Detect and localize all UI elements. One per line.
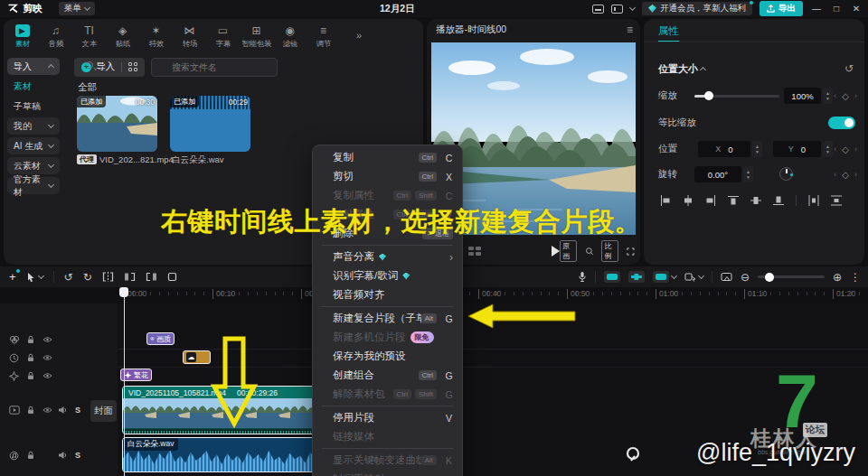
trim-right-icon[interactable] bbox=[146, 272, 157, 282]
menu-item[interactable]: 解除素材包CtrlShiftG bbox=[313, 385, 462, 404]
close-button[interactable]: ✕ bbox=[850, 4, 863, 14]
distribute-h-icon[interactable] bbox=[808, 195, 819, 206]
menu-item[interactable]: 视音频对齐 bbox=[313, 285, 462, 304]
timeline-zoom-slider[interactable] bbox=[758, 275, 825, 278]
menu-item[interactable]: 复制属性CtrlShiftC bbox=[313, 186, 462, 205]
fullscreen-icon[interactable] bbox=[627, 247, 635, 257]
filter-clip[interactable]: 画质 bbox=[146, 332, 175, 345]
record-voice-icon[interactable] bbox=[578, 271, 587, 283]
sidebar-item[interactable]: 导入 bbox=[7, 58, 60, 75]
export-button[interactable]: 导出 bbox=[760, 1, 803, 16]
tab-adjust[interactable]: ≡调节 bbox=[307, 24, 340, 50]
tab-transition[interactable]: ⋈转场 bbox=[173, 24, 206, 50]
position-x-stepper[interactable]: ▲▼ bbox=[752, 141, 762, 157]
import-grid-icon[interactable] bbox=[128, 62, 137, 71]
select-tool[interactable] bbox=[26, 272, 43, 283]
media-item-video[interactable]: 已添加 00:30 bbox=[77, 96, 157, 152]
scale-keyframe-controls[interactable]: ‹◇› bbox=[834, 91, 857, 101]
scale-slider[interactable] bbox=[694, 95, 779, 98]
trim-left-icon[interactable] bbox=[124, 272, 136, 282]
menu-item[interactable]: 停用片段V bbox=[313, 408, 462, 427]
menu-item[interactable]: 声音分离› bbox=[313, 247, 462, 266]
align-left-icon[interactable] bbox=[660, 195, 671, 206]
lock-icon[interactable] bbox=[26, 451, 35, 460]
tab-filters[interactable]: ◉滤镜 bbox=[273, 24, 307, 50]
lock-icon[interactable] bbox=[26, 335, 35, 344]
sidebar-item[interactable]: 素材 bbox=[7, 78, 60, 95]
split-tool-icon[interactable] bbox=[102, 272, 114, 282]
maximize-button[interactable]: □ bbox=[830, 4, 843, 14]
speaker-icon[interactable] bbox=[58, 451, 67, 460]
layout-bottom-icon[interactable] bbox=[592, 5, 604, 14]
section-title[interactable]: 位置大小 bbox=[658, 62, 705, 76]
reset-icon[interactable]: ↺ bbox=[844, 62, 854, 75]
eye-icon[interactable] bbox=[42, 406, 52, 414]
tab-sticker[interactable]: ◈贴纸 bbox=[106, 24, 139, 50]
menu-item[interactable]: 新建多机位片段限免 bbox=[313, 328, 462, 347]
layout-split-icon[interactable] bbox=[611, 5, 623, 14]
menu-item[interactable]: 链接媒体 bbox=[313, 427, 462, 446]
undo-button[interactable]: ↺ bbox=[64, 271, 73, 284]
playhead-handle[interactable] bbox=[119, 287, 128, 297]
align-top-icon[interactable] bbox=[728, 195, 739, 206]
position-y-field[interactable]: Y0 bbox=[773, 141, 821, 157]
solo-badge[interactable]: S bbox=[75, 406, 80, 415]
play-button[interactable] bbox=[552, 246, 560, 257]
preview-frame-icon[interactable] bbox=[721, 272, 732, 282]
scale-value[interactable]: 100% bbox=[784, 88, 821, 104]
tab-audio[interactable]: ♫音频 bbox=[39, 24, 72, 50]
vip-banner[interactable]: 开通会员，享新人福利 bbox=[642, 2, 752, 15]
eye-icon[interactable] bbox=[42, 354, 52, 361]
menu-item[interactable]: 剪切CtrlX bbox=[313, 167, 462, 186]
eye-icon[interactable] bbox=[42, 372, 52, 379]
linkage-tool[interactable] bbox=[653, 271, 676, 283]
ribbon-more-button[interactable]: » bbox=[356, 30, 362, 41]
sidebar-item[interactable]: 官方素材 bbox=[7, 177, 60, 194]
import-button[interactable]: + 导入 bbox=[74, 58, 145, 77]
layout-grid-icon[interactable] bbox=[468, 247, 481, 256]
fit-zoom-icon[interactable] bbox=[585, 246, 594, 257]
align-right-icon[interactable] bbox=[705, 195, 716, 206]
add-track-button[interactable]: + bbox=[9, 270, 16, 284]
align-bottom-icon[interactable] bbox=[773, 195, 784, 206]
layout-chevron-icon[interactable] bbox=[629, 5, 636, 11]
zoom-out-icon[interactable]: ⊖ bbox=[741, 271, 750, 284]
position-x-field[interactable]: X0 bbox=[698, 141, 750, 157]
delete-tool-icon[interactable] bbox=[167, 272, 177, 282]
sidebar-item[interactable]: 我的 bbox=[7, 117, 60, 135]
cover-button[interactable]: 封面 bbox=[90, 400, 117, 422]
tab-captions[interactable]: ▭字幕 bbox=[206, 24, 240, 50]
edit-mode-tool[interactable] bbox=[684, 272, 703, 282]
sidebar-item[interactable]: 云素材 bbox=[7, 157, 60, 174]
rotation-value[interactable]: 0.00° bbox=[694, 166, 741, 182]
lock-icon[interactable] bbox=[26, 406, 35, 415]
scale-stepper[interactable]: ▲▼ bbox=[823, 88, 833, 104]
quality-badge[interactable]: 原画 bbox=[560, 240, 577, 262]
align-center-h-icon[interactable] bbox=[683, 195, 693, 206]
search-input[interactable] bbox=[151, 58, 278, 77]
distribute-v-icon[interactable] bbox=[831, 195, 842, 206]
tab-effects[interactable]: ✶特效 bbox=[139, 24, 173, 50]
minimize-button[interactable]: — bbox=[810, 4, 823, 14]
align-center-v-icon[interactable] bbox=[750, 195, 761, 206]
menu-item[interactable]: 复制CtrlC bbox=[313, 148, 462, 167]
redo-button[interactable]: ↻ bbox=[83, 271, 92, 284]
tab-smart-pack[interactable]: ⊞智能包装 bbox=[240, 24, 273, 50]
zoom-in-icon[interactable]: ⊕ bbox=[833, 271, 842, 284]
menu-item[interactable]: 新建复合片段（子草稿）AltG bbox=[313, 309, 462, 328]
more-options-icon[interactable]: ⋮ bbox=[850, 271, 861, 284]
properties-tab[interactable]: 属性 bbox=[658, 24, 679, 42]
menu-item[interactable]: 识别字幕/歌词 bbox=[313, 266, 462, 285]
rotation-stepper[interactable]: ▲▼ bbox=[743, 166, 753, 182]
ratio-badge[interactable]: 比例 bbox=[601, 240, 618, 262]
menu-item[interactable]: 创建组合CtrlG bbox=[313, 366, 462, 385]
effect-clip[interactable]: 繁花 bbox=[120, 369, 152, 381]
menu-item[interactable]: 保存为我的预设 bbox=[313, 347, 462, 366]
rotation-keyframe-controls[interactable]: ‹◇› bbox=[834, 170, 857, 180]
menu-item[interactable]: 显示关键帧变速曲线AltK bbox=[313, 451, 462, 470]
tab-media[interactable]: ▶素材 bbox=[5, 24, 39, 50]
filter-all-label[interactable]: 全部 bbox=[78, 81, 97, 94]
solo-badge[interactable]: S bbox=[75, 451, 80, 460]
position-y-stepper[interactable]: ▲▼ bbox=[823, 141, 833, 157]
position-keyframe-controls[interactable]: ‹◇› bbox=[834, 145, 857, 154]
